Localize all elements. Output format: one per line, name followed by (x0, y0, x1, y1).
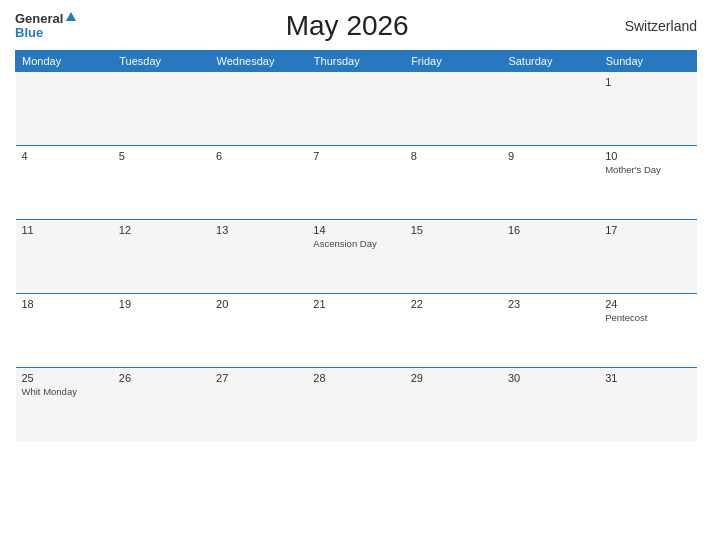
day-number: 25 (22, 372, 107, 384)
day-number: 24 (605, 298, 690, 310)
day-number: 13 (216, 224, 301, 236)
day-number: 16 (508, 224, 593, 236)
day-cell: 30 (502, 368, 599, 442)
calendar-title: May 2026 (77, 10, 617, 42)
empty-day-cell (113, 72, 210, 146)
day-cell: 7 (307, 146, 404, 220)
day-cell: 28 (307, 368, 404, 442)
logo: General Blue (15, 12, 77, 41)
day-cell: 5 (113, 146, 210, 220)
logo-triangle-icon (65, 11, 77, 23)
day-number: 21 (313, 298, 398, 310)
day-event: Ascension Day (313, 238, 398, 249)
day-event: Whit Monday (22, 386, 107, 397)
day-number: 20 (216, 298, 301, 310)
day-cell (307, 72, 404, 146)
day-cell (405, 72, 502, 146)
day-number: 26 (119, 372, 204, 384)
day-cell: 6 (210, 146, 307, 220)
day-cell: 27 (210, 368, 307, 442)
day-cell: 16 (502, 220, 599, 294)
day-number: 9 (508, 150, 593, 162)
day-cell: 12 (113, 220, 210, 294)
day-cell: 20 (210, 294, 307, 368)
day-number: 6 (216, 150, 301, 162)
day-number: 11 (22, 224, 107, 236)
day-cell: 25Whit Monday (16, 368, 113, 442)
day-number: 18 (22, 298, 107, 310)
day-cell: 24Pentecost (599, 294, 696, 368)
day-cell: 21 (307, 294, 404, 368)
day-number: 14 (313, 224, 398, 236)
day-number: 27 (216, 372, 301, 384)
day-cell: 4 (16, 146, 113, 220)
day-number: 8 (411, 150, 496, 162)
day-cell: 22 (405, 294, 502, 368)
day-number: 23 (508, 298, 593, 310)
day-event: Mother's Day (605, 164, 690, 175)
calendar-week-row: 1 (16, 72, 697, 146)
header-tuesday: Tuesday (113, 51, 210, 72)
day-number: 22 (411, 298, 496, 310)
day-cell: 29 (405, 368, 502, 442)
day-cell: 18 (16, 294, 113, 368)
empty-day-cell (16, 72, 113, 146)
day-event: Pentecost (605, 312, 690, 323)
calendar-header: General Blue May 2026 Switzerland (15, 10, 697, 42)
day-number: 4 (22, 150, 107, 162)
day-cell: 26 (113, 368, 210, 442)
day-cell: 23 (502, 294, 599, 368)
logo-blue: Blue (15, 26, 77, 40)
header-thursday: Thursday (307, 51, 404, 72)
calendar-week-row: 25Whit Monday262728293031 (16, 368, 697, 442)
day-number: 10 (605, 150, 690, 162)
header-monday: Monday (16, 51, 113, 72)
day-cell: 11 (16, 220, 113, 294)
day-number: 31 (605, 372, 690, 384)
day-number: 30 (508, 372, 593, 384)
day-cell: 14Ascension Day (307, 220, 404, 294)
day-cell (502, 72, 599, 146)
header-saturday: Saturday (502, 51, 599, 72)
day-number: 7 (313, 150, 398, 162)
calendar-page: General Blue May 2026 Switzerland Monday… (0, 0, 712, 550)
calendar-week-row: 11121314Ascension Day151617 (16, 220, 697, 294)
day-cell: 31 (599, 368, 696, 442)
empty-day-cell (210, 72, 307, 146)
day-cell: 9 (502, 146, 599, 220)
weekday-header-row: Monday Tuesday Wednesday Thursday Friday… (16, 51, 697, 72)
day-cell: 13 (210, 220, 307, 294)
header-friday: Friday (405, 51, 502, 72)
day-number: 15 (411, 224, 496, 236)
day-number: 19 (119, 298, 204, 310)
day-cell: 17 (599, 220, 696, 294)
day-number: 28 (313, 372, 398, 384)
day-cell: 15 (405, 220, 502, 294)
calendar-week-row: 18192021222324Pentecost (16, 294, 697, 368)
calendar-week-row: 45678910Mother's Day (16, 146, 697, 220)
day-number: 17 (605, 224, 690, 236)
svg-marker-0 (66, 12, 76, 21)
day-number: 12 (119, 224, 204, 236)
header-sunday: Sunday (599, 51, 696, 72)
day-number: 1 (605, 76, 690, 88)
day-cell: 10Mother's Day (599, 146, 696, 220)
calendar-country: Switzerland (617, 18, 697, 34)
day-cell: 19 (113, 294, 210, 368)
calendar-table: Monday Tuesday Wednesday Thursday Friday… (15, 50, 697, 442)
logo-general: General (15, 12, 63, 26)
day-number: 29 (411, 372, 496, 384)
day-number: 5 (119, 150, 204, 162)
header-wednesday: Wednesday (210, 51, 307, 72)
day-cell: 8 (405, 146, 502, 220)
day-cell: 1 (599, 72, 696, 146)
